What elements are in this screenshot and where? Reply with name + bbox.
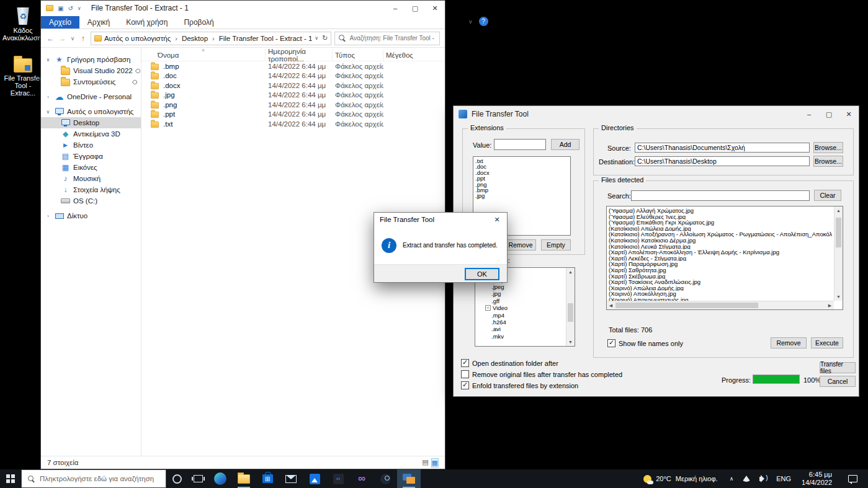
thumbnails-view-icon[interactable]: ▦ (431, 458, 439, 468)
tree-item[interactable]: .gff (475, 298, 566, 304)
destination-input[interactable] (635, 156, 810, 166)
value-input[interactable] (494, 139, 546, 150)
detected-file-item[interactable]: (Χαρτί) Τσακίσεις Αναδιπλώσεις.jpg (609, 279, 832, 285)
detected-file-item[interactable]: (Κατσίκισιο) Κατσίκισιο Δέρμα.jpg (609, 237, 832, 244)
taskbar-app[interactable] (232, 469, 256, 488)
detected-file-item[interactable]: (Χοιρινό) Αποκόλληση.jpg (609, 291, 832, 297)
empty-button[interactable]: Empty (541, 239, 571, 251)
breadcrumb-segment[interactable]: Desktop (182, 35, 219, 42)
detected-file-item[interactable]: (Κατσίκισιο) Αποξήρανση - Αλλοίωση Χρώμα… (609, 231, 832, 237)
address-dropdown-icon[interactable]: ∨ (315, 35, 318, 41)
files-vertical-scrollbar[interactable]: ▲ ▼ (834, 206, 843, 301)
scroll-down-icon[interactable]: ▼ (566, 338, 575, 346)
close-button[interactable]: ✕ (839, 106, 859, 122)
detected-file-item[interactable]: (Χαρτί) Παραμόρφωση.jpg (609, 261, 832, 267)
minimize-button[interactable]: – (799, 106, 819, 122)
sidebar-item[interactable]: Συντομεύσεις (41, 76, 141, 87)
minimize-button[interactable]: – (385, 1, 405, 16)
tree-item[interactable]: .mkv (475, 333, 566, 340)
tree-item[interactable]: .h264 (475, 319, 566, 326)
taskbar-app[interactable] (208, 469, 232, 488)
column-header[interactable]: Μέγεθος (383, 49, 419, 61)
source-input[interactable] (635, 143, 810, 153)
address-box[interactable]: Αυτός ο υπολογιστήςDesktopFile Transfer … (91, 32, 332, 45)
task-view-button[interactable] (187, 469, 208, 488)
taskbar-app[interactable] (350, 469, 374, 488)
extension-item[interactable]: .ppt (475, 175, 568, 181)
checkbox-box[interactable] (461, 359, 469, 367)
detected-file-item[interactable]: (Χαρτί) Σαθρότητα.jpg (609, 267, 832, 273)
taskbar-app[interactable] (303, 469, 326, 488)
taskbar-app[interactable] (279, 469, 303, 488)
file-row[interactable]: .txt 14/4/2022 6:44 μμ Φάκελος αρχείων (148, 119, 445, 129)
remove-extension-button[interactable]: Remove (505, 239, 536, 251)
browse-destination-button[interactable]: Browse... (813, 156, 843, 167)
file-row[interactable]: .doc 14/4/2022 6:44 μμ Φάκελος αρχείων (148, 71, 445, 81)
extension-item[interactable]: .jpg (475, 193, 568, 198)
tree-item[interactable]: .jpg (475, 290, 566, 297)
sidebar-item[interactable]: Μουσική (41, 173, 141, 184)
close-button[interactable]: ✕ (425, 1, 445, 16)
ribbon-collapse-icon[interactable]: ∨ (468, 19, 473, 25)
maximize-button[interactable]: ▢ (405, 1, 425, 16)
chevron-icon[interactable]: ∨ (45, 57, 51, 63)
sidebar-item[interactable]: › OneDrive - Personal (41, 91, 141, 102)
file-row[interactable]: .png 14/4/2022 6:44 μμ Φάκελος αρχείων (148, 100, 445, 110)
detected-file-item[interactable]: (Ύφασμα) Ελεύθερες Ίνες.jpg (609, 214, 832, 220)
option-checkbox[interactable]: Remove original files after transfer has… (461, 370, 622, 378)
tree-item[interactable]: − Video (475, 304, 566, 311)
sidebar-item[interactable]: ∨ Αυτός ο υπολογιστής (41, 106, 141, 117)
sidebar-item[interactable]: Εικόνες (41, 162, 141, 173)
execute-button[interactable]: Execute (811, 337, 843, 348)
show-file-names-checkbox[interactable]: Show file names only (607, 339, 683, 347)
maximize-button[interactable]: ▢ (819, 106, 839, 122)
notification-center-button[interactable] (838, 469, 868, 488)
properties-icon[interactable]: ▣ (58, 5, 63, 12)
breadcrumb-segment[interactable]: File Transfer Tool - Extract - 1 (219, 35, 313, 42)
volume-button[interactable] (755, 469, 771, 488)
scroll-down-icon[interactable]: ▼ (834, 293, 843, 301)
hidden-icons-button[interactable]: ∧ (725, 469, 738, 488)
sidebar-item[interactable]: Visual Studio 2022 (41, 65, 141, 76)
detected-file-item[interactable]: (Ύφασμα) Αλλαγή Χρώματος.jpg (609, 208, 832, 214)
details-view-icon[interactable]: ▤ (422, 458, 428, 468)
explorer-search[interactable] (334, 32, 440, 45)
ribbon-tab[interactable]: Αρχείο (41, 16, 79, 29)
new-folder-icon[interactable]: ↺ (68, 5, 73, 12)
close-icon[interactable]: ✕ (487, 213, 507, 226)
detected-file-item[interactable]: (Χαρτί) Λεκέδες - Στίγματα.jpg (609, 255, 832, 262)
column-header[interactable]: Ημερομηνία τροποποί... (266, 49, 333, 61)
clear-button[interactable]: Clear (814, 190, 841, 201)
start-button[interactable] (0, 469, 21, 488)
option-checkbox[interactable]: Enfold transfered files by extension (461, 381, 622, 389)
help-icon[interactable]: ? (479, 17, 488, 26)
detected-file-item[interactable]: (Κατσίκισιο) Λευκά Στίγματα.jpg (609, 244, 832, 250)
ribbon-tab[interactable]: Αρχική (79, 16, 118, 29)
file-row[interactable]: .jpg 14/4/2022 6:44 μμ Φάκελος αρχείων (148, 91, 445, 100)
desktop-icon-file-transfer-tool[interactable]: File Transfer Tool - Extrac... (2, 53, 43, 97)
tree-scrollbar[interactable]: ▲ ▼ (566, 268, 575, 346)
tree-item[interactable]: .jpeg (475, 283, 566, 290)
sidebar-item[interactable]: OS (C:) (41, 195, 141, 206)
taskbar-app[interactable] (326, 469, 350, 488)
detected-file-item[interactable]: (Χαρτί) Σκέβρωμα.jpg (609, 273, 832, 280)
extension-item[interactable]: .txt (475, 158, 568, 164)
sidebar-item[interactable]: Έγγραφα (41, 151, 141, 162)
weather-widget[interactable]: 20°C Μερική ηλιοφ. (636, 475, 725, 483)
extension-item[interactable]: .bmp (475, 187, 568, 193)
ribbon-tab[interactable]: Κοινή χρήση (118, 16, 176, 29)
scroll-up-icon[interactable]: ▲ (566, 268, 575, 276)
qat-dropdown-icon[interactable]: ∨ (78, 6, 81, 11)
column-header[interactable]: Τύπος (333, 49, 383, 61)
taskbar-search[interactable] (21, 469, 166, 488)
collapse-icon[interactable]: − (485, 305, 491, 311)
cancel-button[interactable]: Cancel (820, 376, 856, 387)
sidebar-item[interactable]: › Δίκτυο (41, 210, 141, 221)
history-dropdown-icon[interactable]: ∨ (70, 35, 76, 42)
back-icon[interactable]: ← (46, 34, 55, 43)
clock[interactable]: 6:45 μμ 14/4/2022 (796, 471, 838, 487)
checkbox-box[interactable] (607, 339, 615, 347)
scroll-thumb[interactable] (568, 303, 573, 322)
tree-item[interactable]: .mp4 (475, 311, 566, 318)
network-button[interactable] (738, 469, 755, 488)
